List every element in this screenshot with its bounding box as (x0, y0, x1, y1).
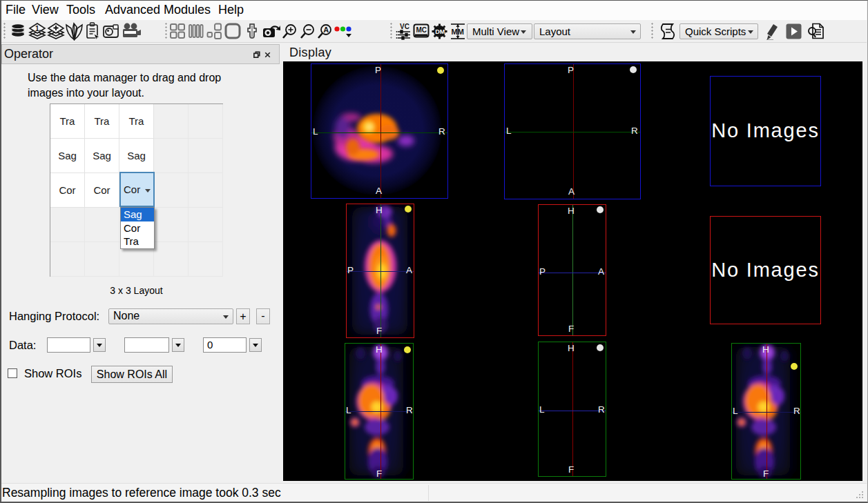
svg-text:1.: 1. (35, 25, 41, 32)
svg-text:DM: DM (435, 28, 445, 35)
svg-text:MM: MM (452, 28, 464, 36)
svg-text:MC: MC (416, 26, 427, 34)
svg-text:A: A (323, 26, 329, 34)
svg-text:VC: VC (400, 23, 409, 30)
